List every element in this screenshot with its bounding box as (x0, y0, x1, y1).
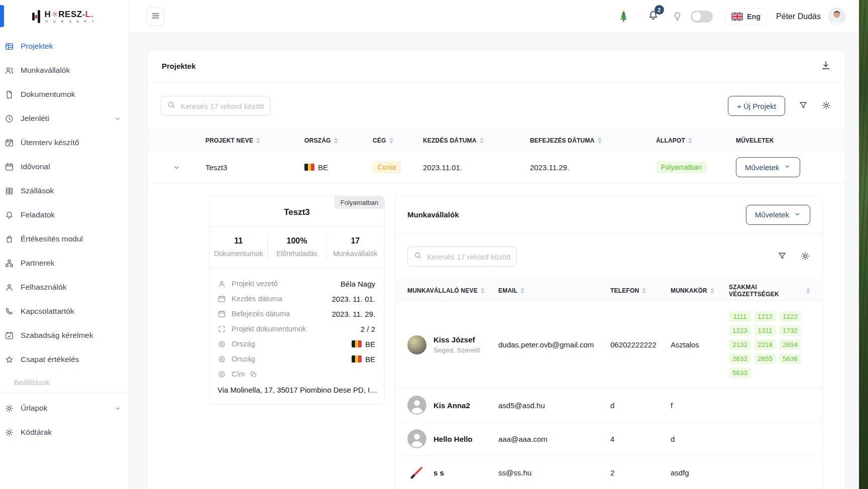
sidebar-item-label: Idővonal (21, 162, 50, 171)
new-project-button[interactable]: + Új Projekt (728, 96, 785, 116)
employee-phone: d (610, 401, 671, 410)
sidebar-item-csapat[interactable]: Csapat értékelés (0, 347, 129, 372)
employees-search[interactable] (407, 247, 517, 267)
employees-search-input[interactable] (427, 253, 511, 261)
sitemap-icon (5, 259, 14, 268)
column-header-allapot[interactable]: ÁLLAPOT (656, 137, 736, 144)
user-icon (5, 283, 14, 292)
skill-tag: 1311 (754, 325, 776, 336)
brand-logo-icon (32, 10, 40, 23)
sidebar-item-kodtarak[interactable]: Kódtárak (0, 420, 129, 444)
collapse-sidebar-icon (151, 11, 160, 22)
employee-row[interactable]: Hello Hello aaa@aaa.com 4 d (395, 422, 822, 456)
prop-projekt-dokumentumok: Projekt dokumentumok 2 / 2 (218, 321, 375, 336)
calendar-tick-icon (5, 331, 14, 340)
column-header-kezdes[interactable]: KEZDÉS DÁTUMA (423, 137, 530, 144)
table-settings-button[interactable] (821, 100, 831, 112)
sidebar-item-ertekesites[interactable]: Értékesítés modul (0, 227, 129, 251)
employees-settings-button[interactable] (800, 251, 810, 263)
column-header-telefon[interactable]: TELEFON (610, 287, 671, 294)
language-selector[interactable]: Eng (725, 8, 767, 25)
sidebar-item-urlapok[interactable]: Űrlapok (0, 396, 129, 420)
sidebar-item-kapcsolattartok[interactable]: Kapcsolattartók (0, 299, 129, 323)
user-avatar[interactable] (828, 8, 846, 26)
column-header-email[interactable]: EMAIL (498, 287, 610, 294)
sidebar-item-label: Felhasználók (21, 283, 66, 292)
skill-tag: 1111 (729, 311, 751, 322)
employee-job: asdfg (671, 468, 729, 477)
sidebar-collapse-button[interactable] (146, 8, 164, 26)
prop-kezdes-datuma: Kezdés dátuma 2023. 11. 01. (218, 291, 375, 306)
topbar: 2 Eng Péter Dudás (129, 0, 859, 33)
sidebar-item-felhasznalok[interactable]: Felhasználók (0, 275, 129, 299)
column-header-befejezes[interactable]: BEFEJEZÉS DÁTUMA (530, 137, 656, 144)
filter-button[interactable] (798, 100, 808, 112)
skill-tag: 1212 (754, 311, 776, 322)
sidebar-item-label: Értékesítés modul (21, 234, 83, 243)
employee-job: f (671, 401, 729, 410)
language-label: Eng (747, 13, 761, 21)
brand-text-2: RESZ (58, 10, 82, 19)
sidebar-nav: Projektek Munkavállalók Dokumentumok Jel… (0, 33, 129, 444)
employees-table-header: MUNKAVÁLLALÓ NEVE EMAIL TELEFON MUNKAKÖR… (395, 280, 822, 301)
projects-search-input[interactable] (180, 102, 264, 110)
sidebar-item-dokumentumok[interactable]: Dokumentumok (0, 82, 129, 106)
search-icon (413, 251, 422, 262)
column-header-szakmai[interactable]: SZAKMAI VÉGZETTSÉGEK (729, 284, 810, 298)
project-name-cell: Teszt3 (205, 163, 304, 172)
sort-icon (481, 288, 485, 294)
sidebar-item-partnerek[interactable]: Partnerek (0, 251, 129, 275)
sidebar-item-idovonal[interactable]: Idővonal (0, 155, 129, 179)
bag-icon (5, 234, 14, 244)
content-area: Projektek + Új Projekt (129, 33, 859, 489)
status-badge: Folyamatban (656, 161, 707, 173)
location-icon (218, 340, 226, 348)
employees-title: Munkavállalók (407, 210, 459, 219)
funnel-icon (798, 100, 808, 112)
gear-icon (821, 100, 831, 112)
sidebar-item-jelenleti[interactable]: Jelenléti (0, 106, 129, 131)
download-button[interactable] (820, 60, 831, 72)
employee-avatar (407, 335, 426, 354)
employee-row[interactable]: Kis Anna2 asd5@asd.hu d f (395, 389, 822, 422)
employee-row[interactable]: s s ss@ss.hu 2 asdfg (395, 456, 822, 489)
sidebar-item-projektek[interactable]: Projektek (0, 34, 129, 58)
column-header-muveletek: MŰVELETEK (736, 137, 845, 144)
project-country-cell: BE (304, 163, 373, 172)
projects-toolbar: + Új Projekt (148, 83, 845, 130)
main-area: 2 Eng Péter Dudás Projektek (129, 0, 859, 489)
row-actions-button[interactable]: Műveletek (736, 157, 800, 177)
row-expand-chevron[interactable] (148, 163, 205, 172)
column-header-munkakor[interactable]: MUNKAKÖR (671, 287, 729, 294)
chevron-down-icon (784, 163, 791, 172)
employee-avatar (407, 429, 426, 448)
notification-badge: 2 (655, 5, 664, 15)
sidebar-item-utemterv[interactable]: Ütemterv készítő (0, 131, 129, 155)
funnel-icon (777, 251, 787, 263)
project-status-tag: Folyamatban (335, 196, 384, 209)
project-company-cell: Conia (373, 161, 423, 173)
brand-text: H (44, 10, 51, 19)
theme-toggle[interactable] (691, 11, 713, 23)
sidebar-item-feladatok[interactable]: Feladatok (0, 203, 129, 227)
projects-search[interactable] (161, 96, 270, 116)
column-header-orszag[interactable]: ORSZÁG (304, 137, 373, 144)
lightbulb-icon[interactable] (672, 11, 683, 22)
app-window: HRESZ-L. H U N G A R Y Projektek Munkavá… (0, 0, 859, 489)
sidebar-item-munkavallalok[interactable]: Munkavállalók (0, 58, 129, 82)
chevron-down-icon (114, 115, 122, 123)
column-header-ceg[interactable]: CÉG (373, 137, 423, 144)
column-header-munkavallalo-neve[interactable]: MUNKAVÁLLALÓ NEVE (407, 287, 498, 294)
column-header-projekt-neve[interactable]: PROJEKT NEVE (205, 137, 304, 144)
employee-avatar (407, 396, 426, 415)
employees-actions-button[interactable]: Műveletek (746, 205, 810, 225)
prop-orszag-1: Ország BE (218, 336, 375, 351)
sidebar-item-szallasok[interactable]: Szállások (0, 179, 129, 203)
notifications-button[interactable]: 2 (647, 10, 659, 23)
employee-row[interactable]: Kiss József Segéd, Szerelő dudas.peter.o… (395, 301, 822, 389)
copy-icon[interactable] (250, 371, 257, 378)
employees-filter-button[interactable] (777, 251, 787, 263)
employee-phone: 06202222222 (610, 340, 671, 349)
sidebar-item-label: Feladatok (21, 210, 55, 219)
sidebar-item-szabadsag[interactable]: Szabadság kérelmek (0, 323, 129, 347)
